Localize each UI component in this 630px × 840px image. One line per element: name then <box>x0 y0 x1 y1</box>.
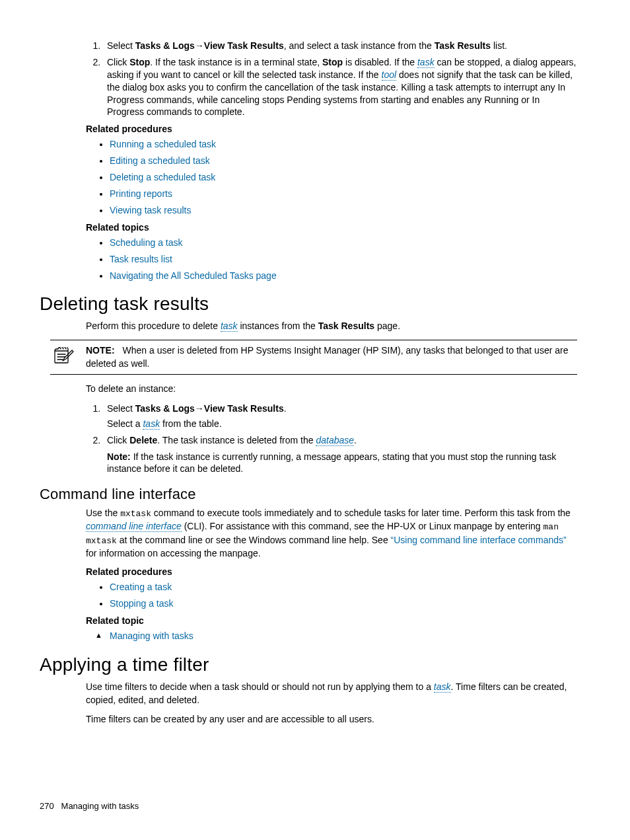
cli-paragraph: Use the mxtask command to execute tools … <box>86 507 577 560</box>
time-filter-p1: Use time filters to decide when a task s… <box>86 681 577 706</box>
task-link[interactable]: task <box>221 321 238 332</box>
applying-time-filter-heading: Applying a time filter <box>40 654 577 675</box>
text: is disabled. If the <box>343 57 417 67</box>
editing-scheduled-task-link[interactable]: Editing a scheduled task <box>110 155 210 166</box>
list-item: Editing a scheduled task <box>110 155 577 167</box>
list-item: Viewing task results <box>110 204 577 217</box>
running-scheduled-task-link[interactable]: Running a scheduled task <box>110 139 216 149</box>
stop-task-steps: Select Tasks & Logs→View Task Results, a… <box>86 40 577 118</box>
creating-task-link[interactable]: Creating a task <box>110 582 172 592</box>
related-topics-list: Scheduling a task Task results list Navi… <box>86 237 577 282</box>
task-results-bold: Task Results <box>435 40 491 51</box>
text: for information on accessing the manpage… <box>86 548 261 558</box>
text: Select a <box>107 418 143 429</box>
text: (CLI). For assistance with this command,… <box>182 521 543 531</box>
scheduling-task-link[interactable]: Scheduling a task <box>110 237 183 248</box>
list-item: Creating a task <box>110 581 577 593</box>
deleting-scheduled-task-link[interactable]: Deleting a scheduled task <box>110 172 215 182</box>
database-link[interactable]: database <box>316 435 354 446</box>
delete-steps: Select Tasks & Logs→View Task Results. S… <box>86 402 577 475</box>
related-topics-heading: Related topics <box>86 222 577 233</box>
text: page. <box>374 321 400 331</box>
related-procedures-list-2: Creating a task Stopping a task <box>86 581 577 610</box>
cli-link[interactable]: command line interface <box>86 521 182 532</box>
note-inline-label: Note: <box>107 451 131 462</box>
text: Select <box>107 403 135 414</box>
delete-bold: Delete <box>129 435 157 445</box>
page-number: 270 <box>40 801 54 811</box>
delete-instance-intro: To delete an instance: <box>86 383 577 396</box>
menu-path-2: View Task Results <box>204 403 284 414</box>
arrow: → <box>195 403 204 414</box>
text: Click <box>107 435 129 445</box>
text: Use time filters to decide when a task s… <box>86 681 434 692</box>
step-2: Click Delete. The task instance is delet… <box>103 434 577 476</box>
task-results-bold: Task Results <box>318 321 374 331</box>
time-filter-p2: Time filters can be created by any user … <box>86 713 577 726</box>
text: Perform this procedure to delete <box>86 321 221 331</box>
menu-path-2: View Task Results <box>204 40 284 51</box>
text: Click <box>107 57 129 67</box>
list-item: Scheduling a task <box>110 237 577 249</box>
note-icon <box>50 344 77 365</box>
list-item: Deleting a scheduled task <box>110 171 577 184</box>
related-topic-heading: Related topic <box>86 615 577 626</box>
menu-path-1: Tasks & Logs <box>135 403 195 414</box>
list-item: Navigating the All Scheduled Tasks page <box>110 270 577 282</box>
task-results-list-link[interactable]: Task results list <box>110 254 172 264</box>
text: instances from the <box>238 321 318 331</box>
text: . The task instance is deleted from the <box>157 435 316 445</box>
using-cli-commands-link[interactable]: “Using command line interface commands” <box>391 535 567 545</box>
note-body: When a user is deleted from HP Systems I… <box>86 345 568 369</box>
viewing-task-results-link[interactable]: Viewing task results <box>110 205 191 215</box>
managing-with-tasks-link[interactable]: Managing with tasks <box>110 630 193 641</box>
deleting-task-results-heading: Deleting task results <box>40 293 577 315</box>
stop-bold: Stop <box>129 57 150 67</box>
note-label: NOTE: <box>86 345 115 356</box>
text: . If the task instance is in a terminal … <box>150 57 322 67</box>
task-link[interactable]: task <box>143 418 160 430</box>
related-topic-list: Managing with tasks <box>86 630 577 642</box>
mxtask-cmd: mxtask <box>120 509 151 519</box>
text: command to execute tools immediately and… <box>151 508 571 518</box>
printing-reports-link[interactable]: Printing reports <box>110 188 172 199</box>
deleting-intro: Perform this procedure to delete task in… <box>86 320 577 333</box>
text: . <box>284 403 287 414</box>
page-footer: 270 Managing with tasks <box>40 801 139 811</box>
list-item: Managing with tasks <box>95 630 577 642</box>
task-link[interactable]: task <box>417 57 435 68</box>
step-1: Select Tasks & Logs→View Task Results, a… <box>103 40 577 52</box>
command-line-interface-heading: Command line interface <box>40 486 577 503</box>
tool-link[interactable]: tool <box>382 69 397 81</box>
navigating-scheduled-tasks-link[interactable]: Navigating the All Scheduled Tasks page <box>110 270 277 281</box>
stop-bold: Stop <box>322 57 343 67</box>
text: at the command line or see the Windows c… <box>117 535 391 545</box>
menu-path-1: Tasks & Logs <box>135 40 195 51</box>
note-box: NOTE:When a user is deleted from HP Syst… <box>50 340 577 375</box>
text: , and select a task instance from the <box>284 40 435 51</box>
text: Select <box>107 40 135 51</box>
text: Use the <box>86 508 120 518</box>
task-link[interactable]: task <box>434 681 451 693</box>
text: If the task instance is currently runnin… <box>107 451 556 475</box>
step-2: Click Stop. If the task instance is in a… <box>103 56 577 118</box>
text: from the table. <box>160 418 221 429</box>
step-1: Select Tasks & Logs→View Task Results. S… <box>103 402 577 430</box>
related-procedures-heading: Related procedures <box>86 566 577 577</box>
text: list. <box>491 40 507 51</box>
note-text: NOTE:When a user is deleted from HP Syst… <box>86 344 577 370</box>
footer-title: Managing with tasks <box>61 801 139 811</box>
list-item: Task results list <box>110 253 577 266</box>
related-procedures-list: Running a scheduled task Editing a sched… <box>86 138 577 216</box>
list-item: Running a scheduled task <box>110 138 577 151</box>
arrow: → <box>195 40 204 51</box>
text: . <box>354 435 357 445</box>
list-item: Printing reports <box>110 188 577 200</box>
stopping-task-link[interactable]: Stopping a task <box>110 598 174 609</box>
list-item: Stopping a task <box>110 597 577 610</box>
related-procedures-heading: Related procedures <box>86 124 577 134</box>
